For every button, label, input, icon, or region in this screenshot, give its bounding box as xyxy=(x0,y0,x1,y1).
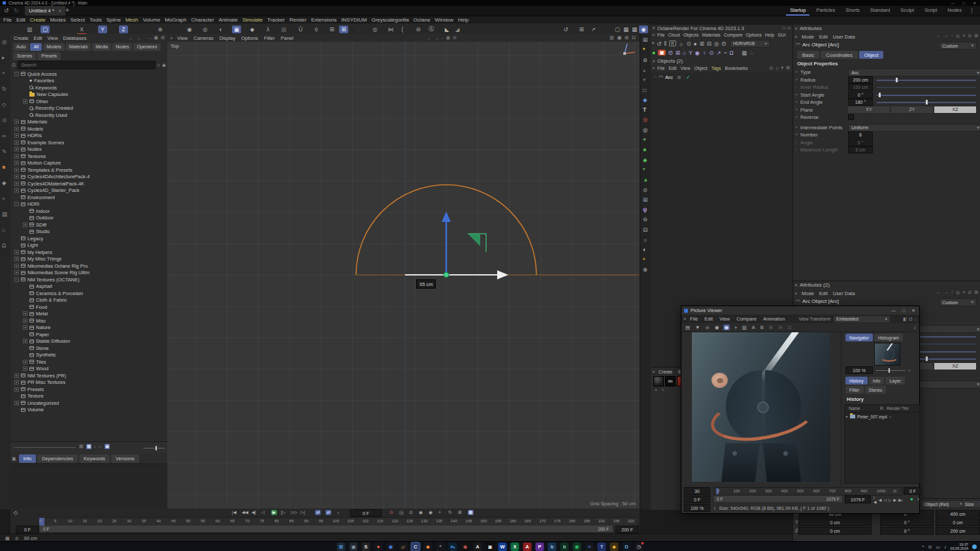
tree-item-legacy[interactable]: Legacy xyxy=(10,235,167,242)
tree-item-stone[interactable]: Stone xyxy=(10,345,167,352)
coords-z-rot-field[interactable]: 0 ° xyxy=(880,527,934,535)
ab-win-icon-0[interactable]: ▫ xyxy=(150,36,151,40)
coords-z-size-field[interactable]: 200 cm xyxy=(936,527,980,535)
edit-material-icon[interactable]: ✎ xyxy=(661,388,665,392)
coordinate-system-icon[interactable]: ⊕ xyxy=(155,25,165,33)
objects-panel-icon[interactable]: ≡ xyxy=(652,66,655,71)
layout-more-icon[interactable]: ⋮ xyxy=(969,7,975,14)
right-strip-icon-15[interactable]: ⊘ xyxy=(643,187,647,193)
material-thumb-2[interactable]: AN xyxy=(665,376,676,386)
attr-panel-icon[interactable]: ≡ xyxy=(794,35,797,39)
right-strip-icon-7[interactable]: T xyxy=(643,106,646,113)
pv-toolbar-icon-5[interactable]: ◑ xyxy=(732,324,738,330)
octane-menu-help[interactable]: Help xyxy=(764,33,776,37)
asset-cube2-icon[interactable]: ◢ xyxy=(453,25,462,33)
attr-reverse-checkbox[interactable] xyxy=(848,114,854,120)
app-a-icon[interactable]: A xyxy=(474,543,482,551)
attr-right-icon-1[interactable]: → xyxy=(944,33,949,39)
pv-tab-histogram[interactable]: Histogram xyxy=(874,334,903,341)
lock-y-icon[interactable]: Y xyxy=(98,25,107,33)
transport-0-icon[interactable]: |◀ xyxy=(232,510,237,515)
close-tab-icon[interactable]: ✕ xyxy=(58,8,61,13)
panel-close-icon[interactable]: ✕ xyxy=(794,26,798,31)
left-tool-icon-2[interactable]: + xyxy=(2,70,5,76)
tree-item-nikomedias-octane-rig-pro[interactable]: +Nikomedias Octane Rig Pro xyxy=(10,262,167,270)
menu-item-window[interactable]: Window xyxy=(433,17,455,23)
attr-right-icon-1[interactable]: → xyxy=(944,290,949,295)
attr-right-icon-4[interactable]: ≡ xyxy=(962,33,965,39)
attr-inner-radius-field[interactable]: 100 cm xyxy=(848,84,873,91)
right-strip-icon-11[interactable]: ♣ xyxy=(643,146,647,153)
render-view-icon[interactable]: ◉ xyxy=(185,25,194,33)
tree-item-light[interactable]: Light xyxy=(10,242,167,249)
excel-icon[interactable]: X xyxy=(511,543,519,551)
layout-b-icon[interactable]: ▦ xyxy=(630,25,639,33)
preset-dropdown[interactable]: Custom▾ xyxy=(939,42,977,50)
materials-menu-create[interactable]: Create xyxy=(657,370,674,374)
attr-menu-edit[interactable]: Edit xyxy=(817,34,830,40)
microphone-icon[interactable]: ⊙ xyxy=(928,544,932,549)
frame-icon[interactable]: ▢ xyxy=(613,25,622,33)
tree-expander-icon[interactable]: + xyxy=(14,133,19,138)
tree-expander-icon[interactable]: + xyxy=(14,270,19,275)
tree-item-recently-used[interactable]: Recently Used xyxy=(10,112,167,119)
zbrush-icon[interactable]: * xyxy=(436,543,445,551)
menu-item-tracker[interactable]: Tracker xyxy=(265,17,287,23)
tree-item-my-misc-things[interactable]: +My MIsc Things xyxy=(10,256,167,263)
tree-item-new-capsules[interactable]: New Capsules xyxy=(10,91,167,99)
refresh-icon[interactable]: ↺ xyxy=(561,25,570,33)
attr-right-icon-6[interactable]: ⊞ xyxy=(974,33,978,39)
tree-expander-icon[interactable]: + xyxy=(23,339,27,343)
workplane-lock-icon[interactable]: ⊞ xyxy=(339,25,348,33)
keyframe-icon[interactable]: ◇ xyxy=(14,510,18,516)
record-5-icon[interactable]: + xyxy=(438,510,441,514)
tree-expander-icon[interactable]: + xyxy=(14,188,19,193)
coords-y-pos-field[interactable]: 0 cm xyxy=(798,518,872,526)
attr-right-icon-5[interactable]: ⊙ xyxy=(968,290,972,295)
enabled-check-icon[interactable]: ✓ xyxy=(686,74,691,80)
tray-chevron-icon[interactable]: ^ xyxy=(922,544,924,549)
attr-right-icon-2[interactable]: ↑ xyxy=(951,290,954,295)
pv-menu-animation[interactable]: Animation xyxy=(761,316,787,322)
menu-item-mograph[interactable]: MoGraph xyxy=(163,17,188,23)
tree-expander-icon[interactable]: + xyxy=(23,366,27,371)
transport-4-icon[interactable]: ▶ xyxy=(271,510,277,515)
octane-tool2-icon-1[interactable]: ⊞ xyxy=(676,50,680,56)
right-strip-icon-16[interactable]: ⊞ xyxy=(643,197,647,203)
word-icon[interactable]: W xyxy=(498,543,507,551)
ab-tab-nodes[interactable]: Nodes xyxy=(112,43,132,51)
octane-win-icon-0[interactable]: ⊡ xyxy=(782,25,785,30)
octane-menu-materials[interactable]: Materials xyxy=(700,33,721,37)
range-end-field[interactable]: 200 F xyxy=(615,526,639,533)
ab-nav-icon-0[interactable]: ← xyxy=(129,36,133,40)
attr-right-icon-0[interactable]: ← xyxy=(937,290,941,295)
layout-tab-script[interactable]: Script xyxy=(921,6,941,16)
vp-menu-cameras[interactable]: Cameras xyxy=(191,35,215,41)
timeline-ruler[interactable]: 0510152025303540455055606570758085909510… xyxy=(39,517,638,526)
tree-item-nature[interactable]: +Nature xyxy=(10,324,167,332)
attr-right-icon-6[interactable]: ⊞ xyxy=(974,290,978,295)
record-1-icon[interactable]: Ⓐ xyxy=(399,510,404,516)
tree-expander-icon[interactable]: - xyxy=(14,72,19,76)
attr-radius-slider[interactable] xyxy=(877,80,976,81)
objects-right-icon-3[interactable]: ⊞ xyxy=(786,65,790,71)
menu-item-insydium[interactable]: INSYDIUM xyxy=(339,17,368,23)
pv-transport-4-icon[interactable]: ▶ xyxy=(894,497,897,502)
tree-item-nm-textures-pr[interactable]: +NM Textures (PR) xyxy=(10,372,167,379)
range-start-field[interactable]: 0 F xyxy=(16,526,39,533)
tree-expander-icon[interactable]: + xyxy=(23,325,27,330)
attr-intermediate-points-dropdown[interactable]: Uniform▾ xyxy=(848,124,980,132)
tree-expander-icon[interactable]: + xyxy=(14,174,19,179)
octane-tool1-icon-1[interactable]: ↺ xyxy=(657,40,661,47)
sublime-icon[interactable]: S xyxy=(362,543,370,551)
octane-menu-compare[interactable]: Compare xyxy=(723,33,744,37)
timeline-current-frame-field[interactable]: 0 F xyxy=(350,509,382,517)
pv-menu-view[interactable]: View xyxy=(717,316,732,322)
pv-image-area[interactable] xyxy=(692,332,830,482)
tree-item-other[interactable]: +Other xyxy=(10,98,167,105)
vp-menu-filter[interactable]: Filter xyxy=(262,35,277,41)
pv-toolbar-icon-3[interactable]: ◉ xyxy=(713,324,721,330)
left-tool-icon-12[interactable]: ⌂ xyxy=(2,227,5,233)
pv-range-bar[interactable]: 0 F 1079 F xyxy=(714,496,842,502)
material-thumb-1[interactable] xyxy=(653,376,664,386)
